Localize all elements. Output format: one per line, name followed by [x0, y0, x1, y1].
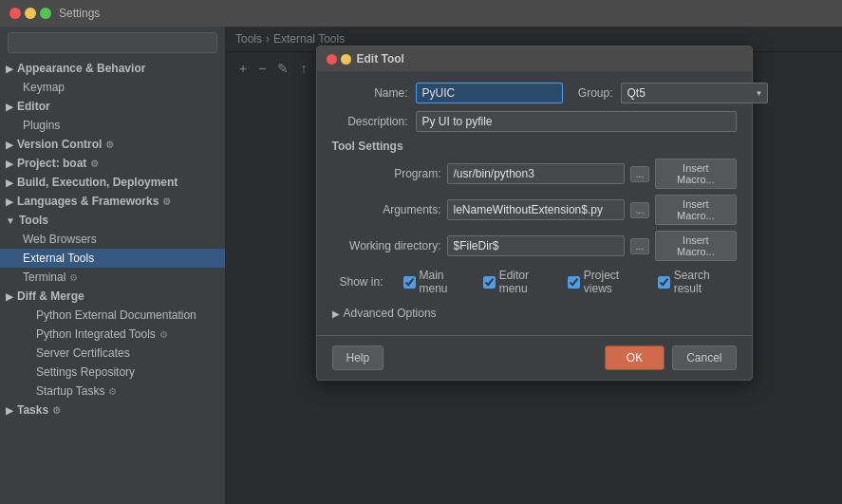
sidebar-item-label: External Tools [23, 252, 94, 265]
expand-arrow: ▶ [6, 140, 13, 150]
help-button[interactable]: Help [332, 345, 384, 370]
sidebar-item-editor[interactable]: ▶ Editor [0, 97, 225, 116]
program-insert-macro-button[interactable]: Insert Macro... [655, 159, 736, 189]
modal-min-button[interactable] [341, 54, 351, 65]
close-button[interactable] [9, 8, 21, 19]
modal-title-bar: Edit Tool [317, 47, 752, 71]
expand-arrow: ▼ [6, 215, 15, 226]
program-browse-button[interactable]: ... [630, 166, 649, 182]
edit-tool-dialog: Edit Tool Name: Group: Qt5 [316, 46, 753, 381]
working-dir-label: Working directory: [332, 239, 441, 252]
expand-arrow: ▶ [6, 177, 13, 188]
arguments-label: Arguments: [332, 203, 441, 216]
modal-close-button[interactable] [327, 54, 337, 65]
expand-arrow: ▶ [6, 159, 13, 169]
expand-arrow: ▶ [6, 64, 13, 74]
checkbox-project-views-input[interactable] [568, 276, 580, 289]
sidebar-item-label: Web Browsers [23, 233, 97, 246]
working-dir-input[interactable] [447, 235, 625, 256]
checkbox-project-views[interactable]: Project views [568, 269, 646, 295]
advanced-arrow: ▶ [332, 308, 340, 319]
sidebar-item-build[interactable]: ▶ Build, Execution, Deployment [0, 173, 225, 192]
program-row: Program: ... Insert Macro... [332, 159, 737, 189]
main-layout: ▶ Appearance & Behavior Keymap ▶ Editor … [0, 27, 842, 504]
expand-arrow: ▶ [6, 196, 13, 207]
sidebar-item-external-tools[interactable]: External Tools [0, 249, 225, 268]
minimize-button[interactable] [25, 8, 36, 19]
sidebar: ▶ Appearance & Behavior Keymap ▶ Editor … [0, 27, 226, 504]
sidebar-item-label: Build, Execution, Deployment [17, 176, 178, 189]
checkbox-editor-menu[interactable]: Editor menu [483, 269, 556, 295]
name-group-row: Name: Group: Qt5 [332, 83, 737, 103]
modal-body: Name: Group: Qt5 Description: [317, 71, 752, 335]
sidebar-item-label: Terminal [23, 271, 65, 284]
expand-arrow: ▶ [6, 102, 13, 112]
sidebar-item-label: Tools [19, 214, 48, 227]
settings-icon: ⚙ [69, 272, 78, 283]
sidebar-search-input[interactable] [8, 32, 217, 53]
sidebar-item-label: Diff & Merge [17, 289, 84, 303]
show-in-label: Show in: [340, 275, 392, 289]
checkbox-search-result-input[interactable] [658, 276, 670, 289]
sidebar-item-keymap[interactable]: Keymap [0, 78, 225, 97]
sidebar-item-python-ext-doc[interactable]: Python External Documentation [0, 306, 225, 325]
checkbox-main-menu[interactable]: Main menu [403, 269, 472, 295]
group-label: Group: [571, 86, 613, 100]
advanced-options-row[interactable]: ▶ Advanced Options [332, 303, 737, 324]
sidebar-item-startup-tasks[interactable]: Startup Tasks ⚙ [0, 382, 225, 401]
working-dir-row: Working directory: ... Insert Macro... [332, 231, 737, 261]
sidebar-item-tools[interactable]: ▼ Tools [0, 211, 225, 230]
arguments-insert-macro-button[interactable]: Insert Macro... [655, 195, 736, 225]
show-in-row: Show in: Main menu Editor menu Project v… [332, 269, 737, 295]
sidebar-item-terminal[interactable]: Terminal ⚙ [0, 268, 225, 287]
checkbox-main-menu-label: Main menu [420, 269, 472, 295]
cancel-button[interactable]: Cancel [672, 345, 736, 370]
program-input[interactable] [447, 163, 625, 184]
checkbox-main-menu-input[interactable] [403, 276, 416, 289]
window-controls[interactable] [9, 8, 51, 19]
ok-button[interactable]: OK [605, 345, 664, 370]
working-dir-insert-macro-button[interactable]: Insert Macro... [655, 231, 736, 261]
checkbox-search-result-label: Search result [674, 269, 737, 295]
group-select[interactable]: Qt5 [621, 83, 768, 103]
description-input[interactable] [416, 111, 737, 132]
name-label: Name: [332, 86, 408, 100]
modal-footer: Help OK Cancel [317, 335, 752, 380]
modal-window-controls[interactable] [327, 54, 351, 65]
sidebar-item-tasks[interactable]: ▶ Tasks ⚙ [0, 401, 225, 420]
working-dir-browse-button[interactable]: ... [630, 238, 649, 254]
maximize-button[interactable] [40, 8, 51, 19]
arguments-row: Arguments: ... Insert Macro... [332, 195, 737, 225]
sidebar-item-plugins[interactable]: Plugins [0, 116, 225, 135]
expand-arrow: ▶ [6, 405, 13, 416]
sidebar-search-container[interactable] [0, 27, 225, 59]
sidebar-item-label: Appearance & Behavior [17, 62, 145, 75]
checkbox-search-result[interactable]: Search result [658, 269, 737, 295]
expand-arrow: ▶ [6, 291, 13, 302]
sidebar-item-version-control[interactable]: ▶ Version Control ⚙ [0, 135, 225, 154]
group-select-wrapper[interactable]: Qt5 [621, 83, 768, 103]
sidebar-item-label: Project: boat [17, 157, 86, 170]
arguments-input[interactable] [447, 199, 625, 220]
sidebar-item-server-certs[interactable]: Server Certificates [0, 344, 225, 363]
program-label: Program: [332, 167, 441, 180]
sidebar-item-languages[interactable]: ▶ Languages & Frameworks ⚙ [0, 192, 225, 211]
checkbox-editor-menu-input[interactable] [483, 276, 496, 289]
settings-icon: ⚙ [162, 196, 171, 207]
sidebar-item-label: Python External Documentation [36, 308, 196, 322]
arguments-browse-button[interactable]: ... [630, 202, 649, 218]
sidebar-item-appearance-behavior[interactable]: ▶ Appearance & Behavior [0, 59, 225, 78]
sidebar-item-settings-repo[interactable]: Settings Repository [0, 363, 225, 382]
description-row: Description: [332, 111, 737, 132]
sidebar-item-project[interactable]: ▶ Project: boat ⚙ [0, 154, 225, 173]
settings-icon: ⚙ [108, 386, 117, 397]
sidebar-item-web-browsers[interactable]: Web Browsers [0, 230, 225, 249]
tool-settings-title: Tool Settings [332, 140, 737, 153]
modal-overlay: Edit Tool Name: Group: Qt5 [226, 27, 842, 504]
sidebar-item-label: Server Certificates [36, 346, 130, 360]
name-input[interactable] [416, 83, 563, 103]
title-bar: Settings [0, 0, 842, 27]
sidebar-item-label: Tasks [17, 403, 48, 417]
sidebar-item-python-int-tools[interactable]: Python Integrated Tools ⚙ [0, 325, 225, 344]
sidebar-item-diff-merge[interactable]: ▶ Diff & Merge [0, 287, 225, 306]
